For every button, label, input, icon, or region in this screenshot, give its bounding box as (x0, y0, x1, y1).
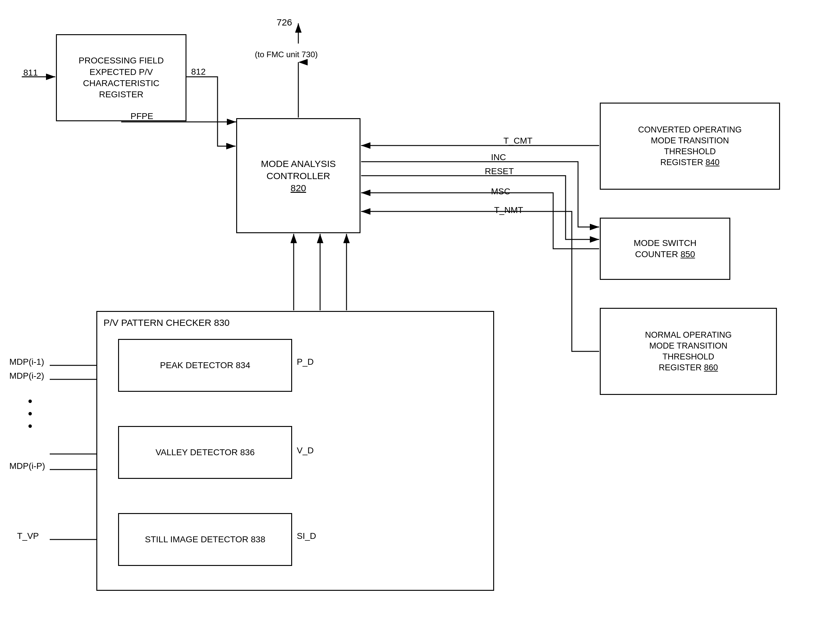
p-d-label: P_D (297, 357, 314, 367)
register-810-block: PROCESSING FIELD EXPECTED P/V CHARACTERI… (56, 34, 187, 121)
still-image-detector-block: STILL IMAGE DETECTOR 838 (118, 513, 292, 566)
peak-detector-block: PEAK DETECTOR 834 (118, 339, 292, 392)
valley-detector-block: VALLEY DETECTOR 836 (118, 426, 292, 479)
inc-label: INC (491, 153, 506, 162)
diagram: { "blocks": { "register810": { "label": … (0, 0, 840, 639)
mode-switch-counter-block: MODE SWITCHCOUNTER 850 (600, 218, 730, 280)
register-860-block: NORMAL OPERATINGMODE TRANSITIONTHRESHOLD… (600, 308, 777, 395)
reset-label: RESET (485, 166, 514, 176)
t-cmt-label: T_CMT (504, 136, 533, 146)
ref-811-label: 811 (23, 68, 38, 78)
to-fmc-label: (to FMC unit 730) (255, 50, 318, 59)
pv-pattern-checker-label: P/V PATTERN CHECKER 830 (103, 316, 230, 329)
ref-812-label: 812 (191, 67, 206, 77)
ref-726-label: 726 (277, 17, 292, 28)
register-840-block: CONVERTED OPERATINGMODE TRANSITIONTHRESH… (600, 103, 780, 190)
mdp-i1-label: MDP(i-1) (10, 357, 44, 367)
t-nmt-label: T_NMT (494, 205, 523, 215)
pfpe-label: PFPE (130, 111, 153, 121)
dots-label: ••• (28, 395, 32, 432)
mdp-i2-label: MDP(i-2) (10, 371, 44, 381)
register-810-label: PROCESSING FIELD EXPECTED P/V CHARACTERI… (79, 56, 164, 99)
msc-label: MSC (491, 187, 510, 197)
v-d-label: V_D (297, 446, 314, 456)
mode-analysis-controller-block: MODE ANALYSISCONTROLLER820 (236, 118, 360, 233)
si-d-label: SI_D (297, 531, 316, 541)
mdp-ip-label: MDP(i-P) (10, 461, 45, 471)
t-vp-label: T_VP (17, 531, 39, 541)
